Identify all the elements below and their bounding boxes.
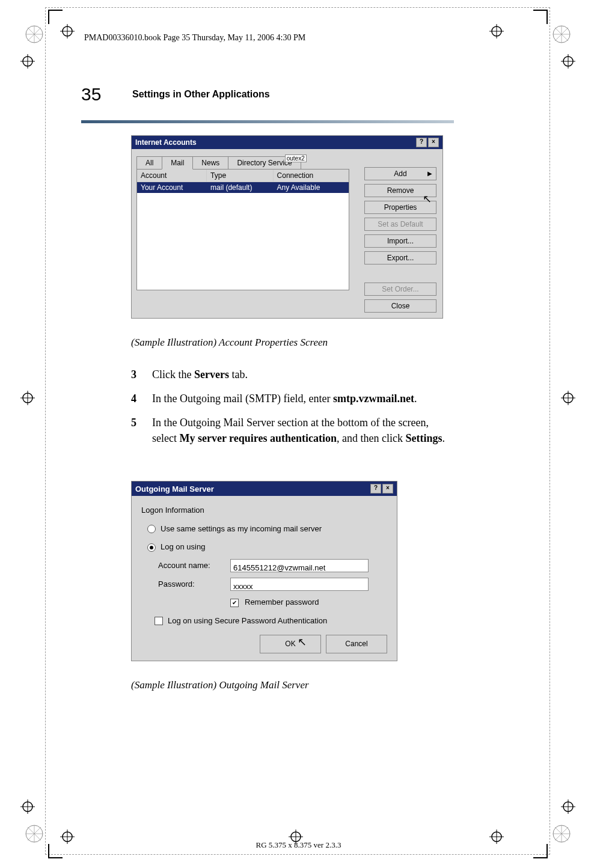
cell-type: mail (default): [207, 182, 273, 193]
section-divider: [81, 120, 454, 123]
rosette-icon: [553, 25, 571, 43]
instruction-steps: 3 Click the Servers tab. 4 In the Outgoi…: [131, 367, 456, 454]
export-button[interactable]: Export...: [364, 251, 436, 264]
spa-checkbox-row[interactable]: Log on using Secure Password Authenticat…: [155, 614, 387, 629]
password-label: Password:: [158, 577, 224, 592]
remove-button[interactable]: Remove: [364, 184, 436, 197]
registration-mark-icon: [489, 24, 504, 38]
registration-mark-icon: [561, 391, 575, 405]
cell-connection: Any Available: [273, 182, 349, 193]
page-footer: RG 5.375 x 8.375 ver 2.3.3: [0, 840, 597, 850]
properties-button[interactable]: Properties: [364, 201, 436, 214]
internet-accounts-dialog: Internet Accounts ? × All Mail News Dire…: [131, 135, 443, 319]
cancel-button[interactable]: Cancel: [326, 635, 387, 653]
column-account[interactable]: Account: [137, 170, 207, 182]
tab-all[interactable]: All: [136, 156, 162, 170]
page-number: 35: [81, 84, 101, 105]
registration-mark-icon: [20, 799, 35, 814]
help-icon[interactable]: ?: [416, 138, 427, 147]
column-type[interactable]: Type: [207, 170, 273, 182]
account-name-input[interactable]: 6145551212@vzwmail.net: [230, 559, 369, 572]
crop-mark: [533, 10, 548, 24]
set-as-default-button: Set as Default: [364, 218, 436, 231]
set-order-button: Set Order...: [364, 283, 436, 296]
cell-account: Your Account: [137, 182, 207, 193]
ok-button[interactable]: OK: [260, 635, 321, 653]
close-button[interactable]: Close: [364, 299, 436, 313]
account-name-label: Account name:: [158, 558, 224, 573]
dialog-title: Internet Accounts: [135, 138, 197, 147]
column-connection[interactable]: Connection: [274, 170, 349, 182]
remember-password-label: Remember password: [245, 595, 319, 610]
registration-mark-icon: [20, 54, 35, 69]
rosette-icon: [25, 25, 43, 43]
outgoing-mail-server-dialog: Outgoing Mail Server ? × Logon Informati…: [131, 481, 397, 661]
radio-selected-icon: [147, 543, 156, 552]
logon-information-group: Logon Information: [141, 503, 387, 518]
tab-mail[interactable]: Mail: [162, 156, 193, 170]
tab-directory-service[interactable]: Directory Service outex2: [228, 156, 301, 170]
remember-password-checkbox[interactable]: ✔: [230, 599, 239, 607]
crop-mark: [48, 10, 63, 24]
account-row-selected[interactable]: Your Account mail (default) Any Availabl…: [137, 182, 349, 193]
dialog-titlebar: Outgoing Mail Server ? ×: [132, 481, 397, 496]
radio-log-on-using[interactable]: Log on using: [147, 540, 387, 555]
registration-mark-icon: [561, 799, 575, 814]
figure-caption: (Sample Illustration) Account Properties…: [131, 337, 328, 349]
dialog-titlebar: Internet Accounts ? ×: [132, 136, 442, 149]
registration-mark-icon: [20, 391, 35, 405]
radio-icon: [147, 525, 156, 533]
registration-mark-icon: [561, 54, 575, 69]
add-button[interactable]: Add▶: [364, 167, 436, 180]
figure-caption: (Sample Illustration) Outgoing Mail Serv…: [131, 679, 309, 691]
step-4: 4 In the Outgoing mail (SMTP) field, ent…: [131, 391, 456, 406]
chevron-right-icon: ▶: [427, 170, 432, 177]
password-input[interactable]: xxxxx: [230, 578, 369, 591]
import-button[interactable]: Import...: [364, 234, 436, 248]
tab-news[interactable]: News: [192, 156, 228, 170]
close-icon[interactable]: ×: [382, 484, 393, 494]
step-3: 3 Click the Servers tab.: [131, 367, 456, 382]
document-header: PMAD00336010.book Page 35 Thursday, May …: [84, 33, 305, 43]
help-icon[interactable]: ?: [370, 484, 381, 494]
accounts-list: Account Type Connection Your Account mai…: [136, 169, 349, 290]
tooltip-overlay: outex2: [285, 154, 307, 162]
radio-same-settings[interactable]: Use same settings as my incoming mail se…: [147, 522, 387, 537]
registration-mark-icon: [60, 24, 75, 38]
dialog-title: Outgoing Mail Server: [135, 484, 214, 494]
step-5: 5 In the Outgoing Mail Server section at…: [131, 415, 456, 446]
section-title: Settings in Other Applications: [132, 89, 270, 100]
spa-checkbox[interactable]: [155, 617, 163, 625]
close-icon[interactable]: ×: [428, 138, 439, 147]
